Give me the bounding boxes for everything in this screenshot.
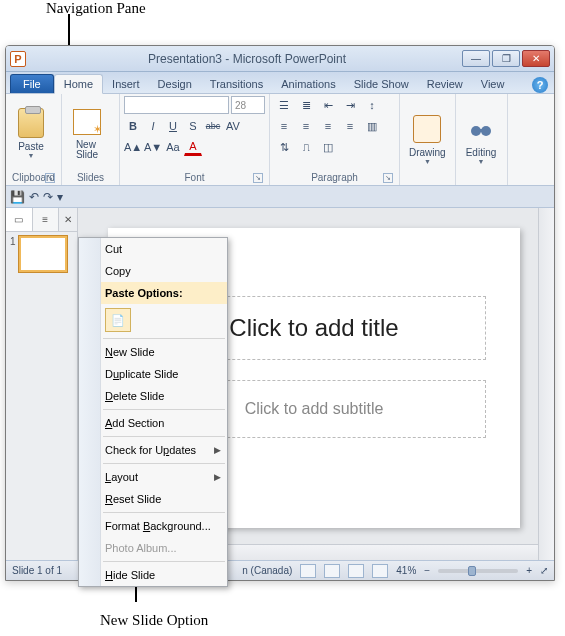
font-buttons-row2: A▲ A▼ Aa A (124, 138, 265, 156)
grow-font-button[interactable]: A▲ (124, 138, 142, 156)
para-row1: ☰ ≣ ⇤ ⇥ ↕ (274, 96, 395, 114)
view-reading-button[interactable] (348, 564, 364, 578)
zoom-in-button[interactable]: + (526, 565, 532, 576)
qat-redo-button[interactable]: ↷ (43, 190, 53, 204)
chevron-down-icon: ▼ (28, 152, 35, 159)
smartart-button[interactable]: ◫ (318, 138, 338, 156)
align-left-button[interactable]: ≡ (274, 117, 294, 135)
menu-layout[interactable]: ▦ Layout ▶ (79, 466, 227, 488)
nav-tab-outline[interactable]: ≡ (33, 208, 60, 231)
menu-hide-slide-label: Hide Slide (105, 569, 155, 581)
view-normal-button[interactable] (300, 564, 316, 578)
bold-button[interactable]: B (124, 117, 142, 135)
vertical-scrollbar[interactable] (538, 208, 554, 560)
menu-check-updates[interactable]: Check for Updates ▶ (79, 439, 227, 461)
group-drawing-label (404, 181, 451, 185)
dialog-launcher-icon[interactable]: ↘ (253, 173, 263, 183)
group-paragraph: ☰ ≣ ⇤ ⇥ ↕ ≡ ≡ ≡ ≡ ▥ ⇅ ⎍ ◫ (270, 94, 400, 185)
align-center-button[interactable]: ≡ (296, 117, 316, 135)
menu-reset-slide[interactable]: Reset Slide (79, 488, 227, 510)
change-case-button[interactable]: Aa (164, 138, 182, 156)
tab-home[interactable]: Home (54, 74, 103, 94)
columns-button[interactable]: ▥ (362, 117, 382, 135)
menu-add-section[interactable]: ▤ Add Section (79, 412, 227, 434)
menu-reset-label: Reset Slide (105, 493, 161, 505)
paste-options-block: 📄 (79, 304, 227, 336)
menu-duplicate-slide[interactable]: Duplicate Slide (79, 363, 227, 385)
help-icon[interactable]: ? (532, 77, 548, 93)
view-sorter-button[interactable] (324, 564, 340, 578)
dialog-launcher-icon[interactable]: ↘ (383, 173, 393, 183)
menu-add-section-label: Add Section (105, 417, 164, 429)
slide-thumbnail-1[interactable]: 1 (10, 236, 73, 272)
align-right-button[interactable]: ≡ (318, 117, 338, 135)
maximize-button[interactable]: ❐ (492, 50, 520, 67)
context-menu: ✂ Cut ⎘ Copy 📋 Paste Options: 📄 ▭ New Sl… (78, 237, 228, 587)
status-language[interactable]: n (Canada) (242, 565, 292, 576)
increase-indent-button[interactable]: ⇥ (340, 96, 360, 114)
line-spacing-button[interactable]: ↕ (362, 96, 382, 114)
nav-pane-close[interactable]: ✕ (59, 208, 77, 231)
italic-button[interactable]: I (144, 117, 162, 135)
font-color-button[interactable]: A (184, 138, 202, 156)
zoom-slider[interactable] (438, 569, 518, 573)
editing-button[interactable]: Editing ▼ (460, 110, 502, 168)
menu-check-updates-label: Check for Updates (105, 444, 196, 456)
view-slideshow-button[interactable] (372, 564, 388, 578)
qat-customize-button[interactable]: ▾ (57, 190, 63, 204)
qat-undo-button[interactable]: ↶ (29, 190, 39, 204)
new-slide-button[interactable]: New Slide (66, 103, 108, 163)
menu-format-background[interactable]: 🖌 Format Background... (79, 515, 227, 537)
align-text-button[interactable]: ⎍ (296, 138, 316, 156)
nav-tab-slides[interactable]: ▭ (6, 208, 33, 231)
justify-button[interactable]: ≡ (340, 117, 360, 135)
qat-save-button[interactable]: 💾 (10, 190, 25, 204)
tab-slideshow[interactable]: Slide Show (345, 75, 418, 93)
tab-insert[interactable]: Insert (103, 75, 149, 93)
paste-option-keep-source[interactable]: 📄 (105, 308, 131, 332)
paste-button[interactable]: Paste ▼ (10, 104, 52, 162)
shrink-font-button[interactable]: A▼ (144, 138, 162, 156)
zoom-out-button[interactable]: − (424, 565, 430, 576)
menu-cut[interactable]: ✂ Cut (79, 238, 227, 260)
strike-button[interactable]: abc (204, 117, 222, 135)
navigation-pane: ▭ ≡ ✕ 1 (6, 208, 78, 560)
text-direction-button[interactable]: ⇅ (274, 138, 294, 156)
powerpoint-icon: P (10, 51, 26, 67)
char-spacing-button[interactable]: AV (224, 117, 242, 135)
minimize-button[interactable]: — (462, 50, 490, 67)
decrease-indent-button[interactable]: ⇤ (318, 96, 338, 114)
dialog-launcher-icon[interactable]: ↘ (45, 173, 55, 183)
slide-thumbnails: 1 (6, 232, 77, 276)
tab-animations[interactable]: Animations (272, 75, 344, 93)
menu-copy[interactable]: ⎘ Copy (79, 260, 227, 282)
menu-layout-label: Layout (105, 471, 138, 483)
menu-hide-slide[interactable]: ▭ Hide Slide (79, 564, 227, 586)
underline-button[interactable]: U (164, 117, 182, 135)
font-buttons-row1: B I U S abc AV (124, 117, 265, 135)
tab-transitions[interactable]: Transitions (201, 75, 272, 93)
menu-photo-album: Photo Album... (79, 537, 227, 559)
drawing-button[interactable]: Drawing ▼ (404, 110, 451, 168)
group-clipboard: Paste ▼ Clipboard↘ (6, 94, 62, 185)
fit-to-window-button[interactable]: ⤢ (540, 565, 548, 576)
font-size-select[interactable]: 28 (231, 96, 265, 114)
tab-file[interactable]: File (10, 74, 54, 93)
menu-delete-slide[interactable]: Delete Slide (79, 385, 227, 407)
numbering-button[interactable]: ≣ (296, 96, 316, 114)
tab-view[interactable]: View (472, 75, 514, 93)
submenu-arrow-icon: ▶ (214, 472, 221, 482)
menu-paste-options-header: 📋 Paste Options: (79, 282, 227, 304)
menu-new-slide[interactable]: ▭ New Slide (79, 341, 227, 363)
tab-review[interactable]: Review (418, 75, 472, 93)
window-buttons: — ❐ ✕ (462, 50, 550, 67)
zoom-slider-thumb[interactable] (468, 566, 476, 576)
group-paragraph-label: Paragraph↘ (274, 170, 395, 185)
zoom-percent[interactable]: 41% (396, 565, 416, 576)
shadow-button[interactable]: S (184, 117, 202, 135)
bullets-button[interactable]: ☰ (274, 96, 294, 114)
tab-design[interactable]: Design (149, 75, 201, 93)
close-button[interactable]: ✕ (522, 50, 550, 67)
font-family-select[interactable] (124, 96, 229, 114)
context-menu-icon-strip (79, 238, 101, 586)
